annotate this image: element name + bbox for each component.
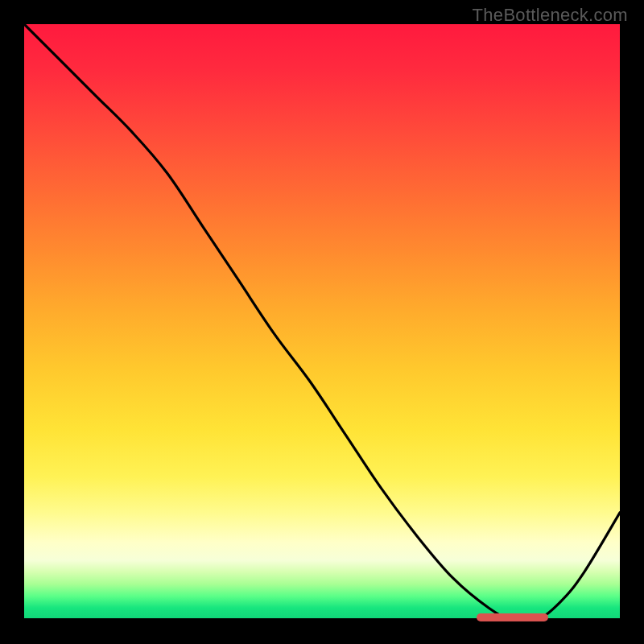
y-axis-line [21,24,24,621]
chart-page: { "watermark": "TheBottleneck.com", "col… [0,0,644,644]
gradient-background [24,24,620,620]
optimum-marker [477,613,548,621]
plot-area [24,24,620,620]
watermark-text: TheBottleneck.com [473,5,628,26]
